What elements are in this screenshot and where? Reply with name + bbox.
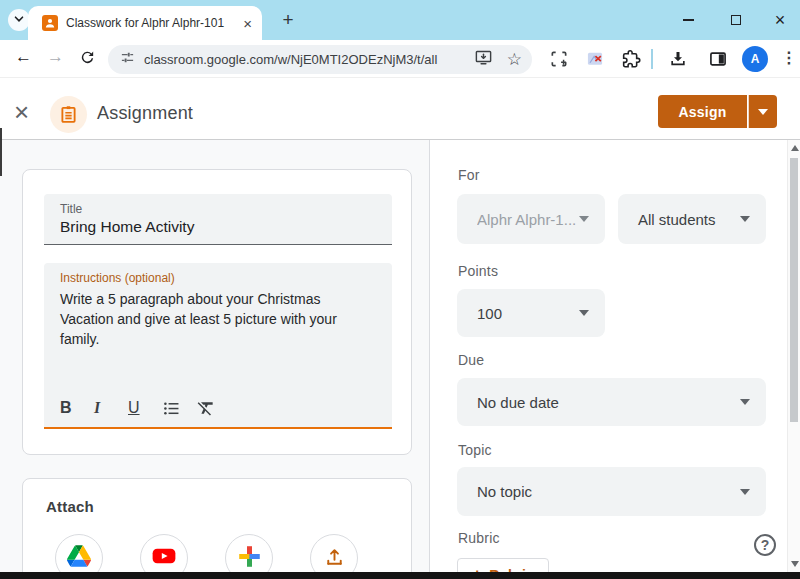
browser-window: Classwork for Alphr Alphr-101 × + × ← → …	[0, 0, 800, 579]
caret-down-icon	[740, 489, 750, 495]
assignment-clipboard-icon	[50, 96, 87, 133]
help-button[interactable]: ?	[754, 534, 776, 556]
students-select-value: All students	[638, 211, 716, 228]
vertical-scrollbar[interactable]	[787, 140, 800, 572]
title-field-value[interactable]: Bring Home Activity	[44, 216, 392, 236]
assign-button[interactable]: Assign	[658, 95, 747, 128]
new-tab-button[interactable]: +	[276, 8, 300, 32]
classroom-favicon-icon	[42, 15, 58, 31]
close-assignment-icon[interactable]: ×	[14, 99, 29, 125]
points-select-value: 100	[477, 305, 502, 322]
browser-menu-icon[interactable]: ⋮	[781, 48, 797, 67]
tab-strip: Classwork for Alphr Alphr-101 × + ×	[0, 0, 800, 40]
google-drive-icon	[67, 545, 91, 571]
question-mark-icon: ?	[761, 537, 770, 553]
toolbar-separator	[651, 49, 653, 69]
upload-icon	[323, 545, 346, 572]
tab-search-button[interactable]	[8, 9, 30, 31]
italic-button[interactable]: I	[94, 399, 128, 417]
maximize-icon	[731, 15, 741, 25]
instructions-field[interactable]: Instructions (optional) Write a 5 paragr…	[44, 263, 392, 429]
topic-label: Topic	[458, 442, 492, 458]
close-icon: ×	[775, 11, 786, 29]
title-field-label: Title	[44, 194, 392, 216]
assignment-details-card: Title Bring Home Activity Instructions (…	[22, 169, 412, 455]
attach-label: Attach	[46, 498, 94, 515]
caret-down-icon	[740, 399, 750, 405]
caret-down-icon	[579, 216, 589, 222]
browser-tab[interactable]: Classwork for Alphr Alphr-101 ×	[28, 6, 262, 40]
window-edge-fragment	[0, 128, 2, 176]
underline-button[interactable]: U	[128, 399, 162, 417]
bulleted-list-button[interactable]	[162, 399, 196, 418]
caret-down-icon	[579, 310, 589, 316]
instructions-field-value[interactable]: Write a 5 paragraph about your Christmas…	[44, 285, 392, 349]
for-label: For	[458, 167, 480, 183]
window-minimize-button[interactable]	[666, 0, 710, 40]
tab-close-icon[interactable]: ×	[243, 16, 252, 31]
map-extension-icon[interactable]	[585, 49, 605, 73]
assign-dropdown-button[interactable]	[748, 95, 777, 128]
scrollbar-up-arrow-icon[interactable]	[791, 145, 799, 151]
tab-title: Classwork for Alphr Alphr-101	[66, 16, 237, 30]
topic-select-value: No topic	[477, 483, 532, 500]
clear-formatting-button[interactable]	[196, 398, 230, 418]
reload-button[interactable]	[79, 49, 96, 69]
due-label: Due	[458, 352, 484, 368]
chevron-down-icon	[13, 11, 25, 29]
page-title: Assignment	[97, 103, 193, 124]
scrollbar-down-arrow-icon[interactable]	[791, 561, 799, 567]
due-select[interactable]: No due date	[457, 378, 766, 426]
attach-card: Attach	[22, 478, 412, 579]
scrollbar-thumb[interactable]	[790, 158, 798, 422]
instructions-field-label: Instructions (optional)	[44, 263, 392, 285]
download-icon[interactable]	[668, 49, 688, 73]
due-select-value: No due date	[477, 394, 559, 411]
points-label: Points	[458, 263, 498, 279]
screenshot-extension-icon[interactable]	[549, 49, 569, 73]
url-bar[interactable]: classroom.google.com/w/NjE0MTI2ODEzNjM3/…	[108, 45, 532, 74]
window-close-button[interactable]: ×	[758, 0, 800, 40]
class-select-value: Alphr Alphr-1...	[477, 211, 576, 228]
profile-avatar[interactable]: A	[742, 46, 768, 72]
window-bottom-edge	[0, 572, 800, 579]
bookmark-star-icon[interactable]: ☆	[507, 51, 522, 68]
send-to-device-icon[interactable]	[474, 48, 493, 71]
formatting-toolbar: B I U	[60, 398, 230, 418]
site-info-icon[interactable]	[120, 50, 135, 69]
extensions-puzzle-icon[interactable]	[621, 49, 641, 73]
class-select[interactable]: Alphr Alphr-1...	[457, 194, 605, 244]
points-select[interactable]: 100	[457, 289, 605, 337]
topic-select[interactable]: No topic	[457, 467, 766, 516]
google-plus-icon	[237, 544, 262, 573]
url-text[interactable]: classroom.google.com/w/NjE0MTI2ODEzNjM3/…	[144, 52, 474, 67]
forward-button[interactable]: →	[47, 48, 64, 65]
youtube-icon	[151, 543, 177, 573]
side-panel-icon[interactable]	[708, 49, 728, 73]
caret-down-icon	[758, 109, 768, 115]
title-field[interactable]: Title Bring Home Activity	[44, 194, 392, 245]
back-button[interactable]: ←	[15, 48, 32, 65]
caret-down-icon	[740, 216, 750, 222]
students-select[interactable]: All students	[618, 194, 766, 244]
panel-divider	[429, 140, 430, 579]
minimize-icon	[683, 19, 694, 21]
window-maximize-button[interactable]	[714, 0, 758, 40]
bold-button[interactable]: B	[60, 399, 94, 417]
rubric-label: Rubric	[458, 530, 500, 546]
